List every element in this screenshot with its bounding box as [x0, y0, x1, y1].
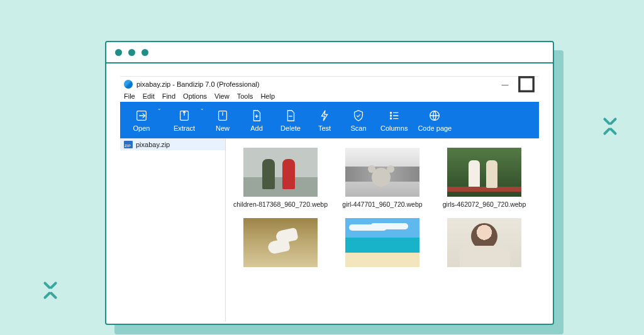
file-name: children-817368_960_720.webp — [233, 200, 328, 208]
svg-rect-0 — [519, 77, 533, 91]
zip-icon — [124, 141, 133, 148]
app-titlebar[interactable]: pixabay.zip - Bandizip 7.0 (Professional… — [120, 77, 539, 92]
file-item[interactable]: girls-462072_960_720.webp — [441, 148, 528, 208]
traffic-dot — [128, 49, 135, 56]
file-grid[interactable]: children-817368_960_720.webp girl-447701… — [226, 138, 539, 321]
chevron-down-icon[interactable]: ⌄ — [157, 106, 162, 111]
new-icon — [216, 109, 230, 123]
columns-icon — [387, 109, 401, 123]
app-title: pixabay.zip - Bandizip 7.0 (Professional… — [136, 80, 259, 88]
toolbar-label: Open — [133, 124, 150, 132]
toolbar-label: Scan — [350, 124, 366, 132]
file-item[interactable] — [441, 218, 528, 271]
toolbar-test[interactable]: Test — [308, 102, 341, 138]
toolbar-extract[interactable]: ⌄ Extract — [163, 102, 206, 138]
traffic-dot — [142, 49, 148, 56]
toolbar-label: Extract — [174, 124, 195, 132]
file-thumbnail — [243, 218, 318, 267]
menu-file[interactable]: File — [124, 92, 135, 100]
toolbar-add[interactable]: Add — [240, 102, 274, 138]
svg-point-5 — [390, 114, 391, 116]
toolbar-scan[interactable]: Scan — [341, 102, 375, 138]
toolbar-codepage[interactable]: Code page — [413, 102, 457, 138]
file-item[interactable] — [237, 218, 324, 271]
app-icon — [124, 80, 133, 89]
file-item[interactable]: children-817368_960_720.webp — [237, 148, 324, 208]
file-item[interactable]: girl-447701_960_720.webp — [339, 148, 426, 208]
traffic-dot — [115, 49, 122, 56]
menu-find[interactable]: Find — [162, 92, 175, 100]
open-icon — [135, 109, 148, 123]
menu-help[interactable]: Help — [260, 92, 275, 100]
add-icon — [250, 109, 264, 123]
test-icon — [318, 109, 331, 123]
toolbar-new[interactable]: New — [206, 102, 240, 138]
file-item[interactable] — [339, 218, 426, 271]
toolbar-open[interactable]: ⌄ Open — [120, 102, 163, 138]
globe-icon — [428, 109, 441, 123]
toolbar-label: Code page — [418, 124, 452, 132]
extract-icon — [177, 109, 191, 123]
sparkle-icon — [40, 280, 60, 300]
toolbar-label: Delete — [280, 124, 301, 132]
toolbar-label: Columns — [380, 124, 408, 132]
menubar: File Edit Find Options View Tools Help — [120, 92, 539, 102]
file-thumbnail — [345, 148, 419, 197]
tree-root-item[interactable]: pixabay.zip — [120, 139, 225, 150]
minimize-button[interactable]: — — [496, 77, 514, 92]
file-thumbnail — [345, 218, 419, 267]
scan-icon — [352, 109, 365, 123]
toolbar: ⌄ Open ⌄ Extract New Add — [120, 102, 539, 138]
toolbar-columns[interactable]: Columns — [375, 102, 413, 138]
file-thumbnail — [447, 218, 521, 267]
chevron-down-icon[interactable]: ⌄ — [200, 106, 204, 111]
sparkle-icon — [600, 116, 620, 136]
toolbar-label: New — [216, 124, 230, 132]
app-window: pixabay.zip - Bandizip 7.0 (Professional… — [120, 76, 539, 324]
file-name: girls-462072_960_720.webp — [443, 200, 526, 208]
svg-point-4 — [390, 112, 391, 113]
menu-tools[interactable]: Tools — [237, 92, 253, 100]
toolbar-label: Test — [318, 124, 331, 132]
maximize-button[interactable] — [518, 77, 535, 92]
toolbar-label: Add — [250, 124, 263, 132]
tree-panel[interactable]: pixabay.zip — [120, 138, 226, 321]
menu-options[interactable]: Options — [183, 92, 207, 100]
delete-icon — [284, 109, 297, 123]
file-thumbnail — [243, 148, 318, 197]
tree-root-label: pixabay.zip — [136, 141, 170, 148]
file-thumbnail — [447, 148, 521, 197]
menu-edit[interactable]: Edit — [143, 92, 155, 100]
browser-titlebar — [106, 42, 553, 63]
file-name: girl-447701_960_720.webp — [342, 200, 422, 208]
svg-point-6 — [390, 118, 391, 119]
browser-frame: pixabay.zip - Bandizip 7.0 (Professional… — [105, 41, 554, 325]
menu-view[interactable]: View — [214, 92, 230, 100]
toolbar-delete[interactable]: Delete — [274, 102, 308, 138]
content-area: pixabay.zip children-817368_960_720.webp… — [120, 138, 539, 321]
